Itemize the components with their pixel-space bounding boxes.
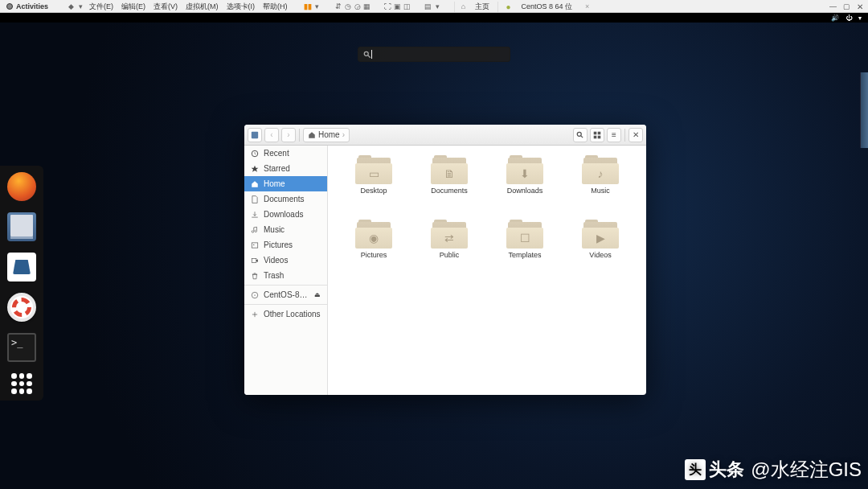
folder-pictures[interactable]: ◉Pictures <box>338 220 410 279</box>
search-input[interactable] <box>375 50 505 59</box>
sidebar-item-downloads[interactable]: Downloads <box>244 207 327 222</box>
hamburger-button[interactable]: ≡ <box>607 128 621 142</box>
dock-help[interactable] <box>7 293 36 322</box>
path-bar[interactable]: Home › <box>303 128 350 142</box>
snapshot-icon[interactable]: ◷ <box>343 2 353 10</box>
connect-icon[interactable]: ⇵ <box>334 2 343 10</box>
gnome-topbar: 🔊 ⏻ ▾ <box>0 13 868 23</box>
pause-icon[interactable]: ▮▮ <box>303 2 313 10</box>
svg-rect-5 <box>594 131 597 134</box>
library-dropdown-icon[interactable]: ▾ <box>433 2 443 10</box>
library-icon[interactable]: ▤ <box>424 2 433 10</box>
dock-software[interactable] <box>7 253 36 281</box>
toolbar-dropdown-icon[interactable]: ▾ <box>313 2 322 10</box>
folder-icon: ⬇ <box>506 155 543 184</box>
search-icon <box>363 51 371 59</box>
fullscreen-icon[interactable]: ▣ <box>393 2 403 10</box>
sidebar-item-pictures[interactable]: Pictures <box>244 237 327 253</box>
folder-downloads[interactable]: ⬇Downloads <box>489 155 561 215</box>
window-body: Recent Starred Home Documents Downloads … <box>244 146 646 395</box>
sidebar: Recent Starred Home Documents Downloads … <box>244 146 328 395</box>
folder-grid: ▭Desktop🗎Documents⬇Downloads♪Music◉Pictu… <box>328 146 646 395</box>
chevron-right-icon: › <box>342 130 345 139</box>
dock-firefox[interactable] <box>7 172 36 201</box>
home-icon[interactable]: ◆ <box>66 2 76 10</box>
workspace-peek[interactable] <box>860 72 868 148</box>
folder-public[interactable]: ⇄Public <box>413 220 485 279</box>
unity-icon[interactable]: ◫ <box>403 2 412 10</box>
maximize-icon[interactable]: ▢ <box>843 2 850 10</box>
folder-label: Public <box>440 251 460 259</box>
sidebar-item-home[interactable]: Home <box>244 176 327 191</box>
activities-search[interactable] <box>358 47 510 62</box>
power-icon[interactable]: ⏻ <box>845 14 852 22</box>
dock-files[interactable] <box>7 212 36 241</box>
menu-tab[interactable]: 选项卡(I) <box>223 2 260 12</box>
svg-point-0 <box>364 51 368 55</box>
sidebar-item-videos[interactable]: Videos <box>244 253 327 268</box>
sidebar-item-disc[interactable]: CentOS-8-2...⏏ <box>244 287 327 302</box>
svg-line-4 <box>581 135 583 138</box>
folder-icon: ☐ <box>506 220 543 249</box>
close-tab-icon[interactable]: × <box>581 2 593 10</box>
sidebar-item-starred[interactable]: Starred <box>244 161 327 176</box>
sidebar-item-music[interactable]: Music <box>244 222 327 237</box>
minimize-icon[interactable]: — <box>829 2 837 10</box>
folder-icon: ⇄ <box>431 220 468 249</box>
folder-videos[interactable]: ▶Videos <box>564 220 637 279</box>
gnome-system-tray[interactable]: 🔊 ⏻ ▾ <box>831 13 862 23</box>
close-icon[interactable]: ✕ <box>857 2 863 11</box>
menu-edit[interactable]: 编辑(E) <box>117 2 149 12</box>
tab-vm[interactable]: ●CentOS 8 64 位× <box>497 2 598 12</box>
folder-label: Desktop <box>360 187 387 195</box>
chevron-down-icon[interactable]: ▾ <box>858 14 862 22</box>
svg-rect-2 <box>252 131 258 138</box>
sidebar-item-trash[interactable]: Trash <box>244 268 327 283</box>
dropdown-icon[interactable]: ▾ <box>76 2 85 10</box>
svg-rect-7 <box>594 135 597 138</box>
text-caret <box>371 50 372 59</box>
tab-home[interactable]: ⌂主页 <box>454 2 497 12</box>
folder-label: Pictures <box>361 251 387 259</box>
sidebar-divider <box>244 285 327 286</box>
svg-rect-6 <box>598 131 601 134</box>
eject-icon[interactable]: ⏏ <box>314 291 321 298</box>
activities-corner[interactable]: Activities <box>0 2 55 10</box>
home-icon <box>308 131 316 139</box>
dock-show-applications[interactable] <box>11 373 32 394</box>
house-icon: ⌂ <box>459 2 469 10</box>
search-button[interactable] <box>573 128 588 142</box>
menu-file[interactable]: 文件(E) <box>85 2 117 12</box>
folder-icon: ◉ <box>355 220 392 249</box>
activities-icon <box>6 3 13 10</box>
thumbnail-icon[interactable]: ▦ <box>362 2 372 10</box>
folder-documents[interactable]: 🗎Documents <box>413 155 485 215</box>
menu-vm[interactable]: 虚拟机(M) <box>182 2 223 12</box>
sidebar-item-recent[interactable]: Recent <box>244 146 327 161</box>
folder-desktop[interactable]: ▭Desktop <box>338 155 410 215</box>
forward-button[interactable]: › <box>281 128 296 142</box>
menu-help[interactable]: 帮助(H) <box>259 2 292 12</box>
sidebar-item-documents[interactable]: Documents <box>244 191 327 207</box>
folder-music[interactable]: ♪Music <box>564 155 637 215</box>
fit-icon[interactable]: ⛶ <box>383 2 393 10</box>
app-menu-button[interactable] <box>248 128 262 142</box>
separator <box>624 129 625 142</box>
folder-icon: ▭ <box>355 155 392 184</box>
dock-terminal[interactable]: >_ <box>7 333 36 362</box>
dock: >_ <box>0 166 43 401</box>
svg-point-11 <box>253 244 254 244</box>
back-button[interactable]: ‹ <box>264 128 279 142</box>
snapshot-manage-icon[interactable]: ◶ <box>353 2 362 10</box>
menu-view[interactable]: 查看(V) <box>149 2 182 12</box>
svg-rect-12 <box>252 258 256 262</box>
folder-templates[interactable]: ☐Templates <box>489 220 561 279</box>
sidebar-item-other-locations[interactable]: Other Locations <box>244 306 327 322</box>
headerbar: ‹ › Home › ≡ ✕ <box>244 125 646 146</box>
path-segment: Home <box>318 130 340 139</box>
svg-point-3 <box>577 132 581 136</box>
view-toggle-button[interactable] <box>590 128 604 142</box>
volume-icon[interactable]: 🔊 <box>831 14 839 22</box>
window-close-button[interactable]: ✕ <box>628 128 643 142</box>
svg-rect-10 <box>252 242 258 247</box>
